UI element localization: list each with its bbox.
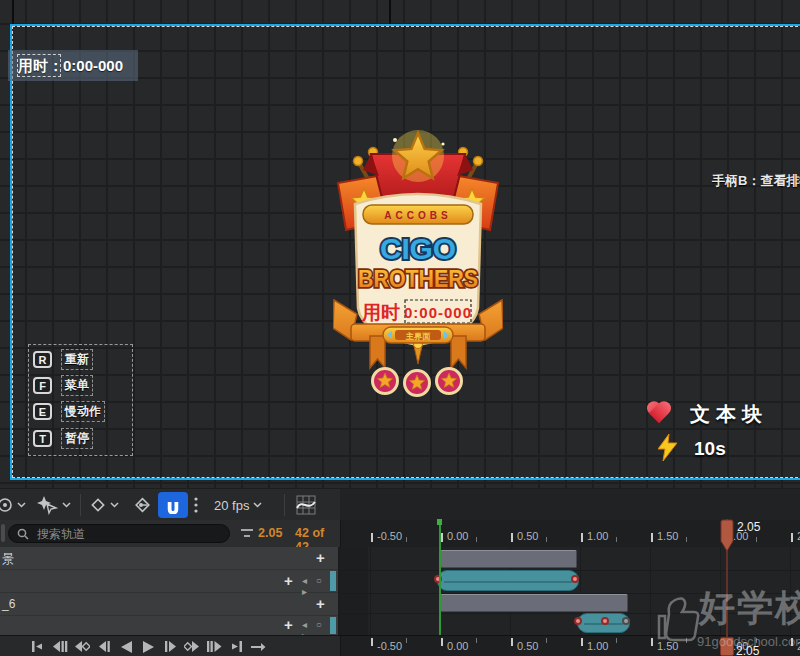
playhead-handle-bottom[interactable] [720,637,734,656]
onion-skin-icon [0,497,13,513]
curve-editor-button[interactable] [296,489,316,521]
magnet-icon [164,496,182,514]
letters-text: ACCOBS [384,210,451,221]
auto-key-button[interactable] [133,489,153,521]
ruler-tick-label: 0.50 [517,530,538,542]
add-property-button[interactable]: + [316,595,325,613]
timer-overlay[interactable]: 用时：0:00-000 [8,50,138,81]
keyframe-dot[interactable] [601,617,609,625]
filter-icon[interactable] [240,528,254,539]
fps-dropdown[interactable]: 20 fps [214,489,262,521]
badge-title-1: CIGO [380,232,456,265]
chevron-down-icon [253,502,262,508]
onion-skin-button[interactable] [0,489,26,521]
shortcut-label: 重新 [61,349,93,370]
add-key-button[interactable]: + [284,572,293,590]
track-row-property[interactable]: + ◂ ○ ▸ [0,616,338,635]
scene-canvas[interactable]: 用时：0:00-000 手柄B：查看排行 [0,0,800,488]
effects-button[interactable] [36,489,71,521]
search-icon [17,528,29,540]
step-forward-button[interactable] [162,639,178,654]
letters-strip: ACCOBS [363,205,473,224]
mini-scrollbar[interactable] [1,524,5,542]
keycap-e: E [33,403,52,420]
keycap-t: T [33,430,52,447]
keyframe-diamond-icon [90,497,106,513]
previous-frame-button[interactable] [52,639,68,654]
ruler-tick [651,638,653,646]
hud-countdown-label[interactable]: 10s [694,438,726,460]
track-duration-bar[interactable] [440,550,577,568]
keyframe-dot[interactable] [574,617,582,625]
ruler-minor-tick [686,638,687,643]
ruler-tick [581,533,583,542]
hud-text-block-label[interactable]: 文本块 [690,401,768,428]
track-duration-bar[interactable] [440,594,628,612]
ruler-tick [441,638,443,646]
shortcut-restart[interactable]: R 重新 [33,349,93,369]
track-name: 景 [2,551,14,568]
add-key-button[interactable]: + [284,616,293,634]
shortcut-pause[interactable]: T 暂停 [33,428,93,448]
ruler-minor-tick [476,638,477,643]
follow-playhead-button[interactable] [250,639,266,654]
chevron-down-icon [17,502,26,508]
play-forward-button[interactable] [140,639,156,654]
timeline-header-left: 2.05 42 of 42 [0,520,340,547]
ruler-tick [441,533,443,542]
playhead-handle-top[interactable] [719,519,735,553]
track-color-chip [330,571,336,591]
ruler-minor-tick [616,537,617,542]
start-marker-flag[interactable] [437,519,442,525]
star-medallions [373,369,462,396]
auto-key-icon [133,496,153,514]
more-dots-icon [194,497,198,513]
track-row-property[interactable]: + ◂ ○ ▸ [0,570,338,593]
timeline-lanes[interactable] [340,547,800,635]
search-input[interactable] [35,526,221,542]
ruler-tick-label: 1.50 [657,530,678,542]
keyframe-dot[interactable] [622,617,630,625]
toolbar-spacer [340,489,800,521]
track-row-group[interactable]: 景 + [0,547,338,570]
add-property-button[interactable]: + [316,549,325,567]
shortcut-legend-group[interactable]: R 重新 F 菜单 E 慢动作 T 暂停 [28,344,133,456]
ruler-minor-tick [686,537,687,542]
next-keyframe-button[interactable] [184,639,200,654]
ruler-tick [511,533,513,542]
timeline-footer: -0.500.000.501.001.502.002.50 [0,635,800,656]
ruler-tick-label: 0.50 [517,640,538,652]
keyframe-button[interactable] [90,489,119,521]
go-to-end-button[interactable] [228,639,244,654]
gamepad-hint-text: 手柄B：查看排行 [712,172,800,190]
play-backward-button[interactable] [118,639,134,654]
previous-keyframe-button[interactable] [74,639,90,654]
ruler-tick-label: 1.00 [587,640,608,652]
shortcut-slowmo[interactable]: E 慢动作 [33,401,105,421]
next-frame-button[interactable] [206,639,222,654]
ruler-tick-label: -0.50 [377,640,402,652]
out-of-range-area [340,547,368,635]
more-options-button[interactable] [194,489,198,521]
go-to-start-button[interactable] [30,639,46,654]
heart-icon[interactable] [652,402,678,424]
track-search-box[interactable] [8,524,230,543]
toolbar-separator [80,494,81,516]
snap-magnet-button[interactable] [158,492,188,518]
keyframe-dot[interactable] [571,575,579,583]
animation-clip-bar[interactable] [437,570,578,591]
timer-value: 0:00-000 [63,57,123,74]
lightning-icon[interactable] [658,434,678,461]
track-color-chip [330,617,336,634]
shortcut-menu[interactable]: F 菜单 [33,375,93,395]
current-time-display[interactable]: 2.05 [258,526,282,540]
badge-nav-pill[interactable]: 主界面 [383,327,453,343]
badge-title-2: BROTHERS [358,266,478,292]
ruler-tick [651,533,653,542]
step-back-button[interactable] [96,639,112,654]
track-row-group[interactable]: _6 + [0,593,338,616]
timeline-header: 2.05 42 of 42 -0.500.000.501.001.502.002… [0,520,800,547]
ruler-minor-tick [756,638,757,643]
track-list-panel: 景 + + ◂ ○ ▸ _6 + + ◂ ○ ▸ [0,547,340,635]
game-logo-badge[interactable]: ACCOBS CIGO BROTHERS 用时 0:00-000 [333,128,503,400]
